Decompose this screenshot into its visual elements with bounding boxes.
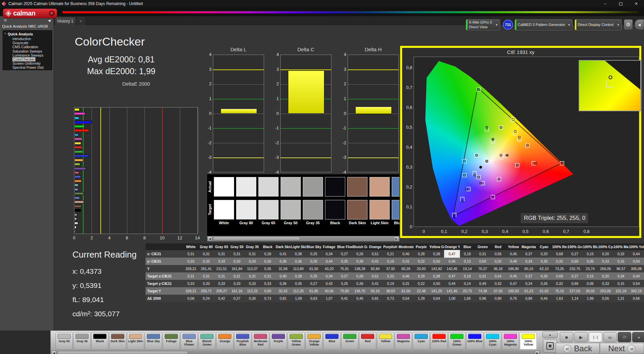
cell[interactable]: 0,34 [321,250,337,258]
cell[interactable]: 0,33 [214,280,229,287]
cell[interactable]: 0,20 [598,272,613,280]
cell[interactable]: 0,44 [321,258,337,265]
cell[interactable]: 0,27 [567,272,583,280]
cell[interactable]: 0,34 [613,272,629,280]
cell[interactable]: 0,26 [537,258,552,265]
cell[interactable]: 0,35 [291,280,306,287]
cell[interactable]: 0,19 [460,272,475,280]
patch-button-cyan[interactable]: Cyan [413,332,430,350]
cell[interactable]: 20,73 [460,287,475,295]
cell[interactable]: 60,26 [398,265,414,272]
cell[interactable]: 0,55 [490,250,506,258]
cell[interactable]: 0,43 [321,280,337,287]
collapse-toolbar-button[interactable]: ▲ [542,331,558,338]
cell[interactable]: 0,21 [383,250,398,258]
cell[interactable]: 1,29 [414,295,429,302]
cell[interactable]: 0,50 [429,258,445,265]
add-tab-button[interactable]: + [76,17,85,25]
cell[interactable]: 0,28 [260,250,276,258]
cell[interactable]: 0,51 [367,272,383,280]
cell[interactable]: 0,15 [582,272,598,280]
meter-dropdown[interactable]: X-Rite i1Pro 3Direct View ▼ [466,19,500,30]
cell[interactable]: 36,18 [490,265,506,272]
toolbar-scroll-thumb[interactable] [57,351,188,354]
cell[interactable]: 328,21 [183,265,199,272]
cell[interactable]: 0,22 [414,258,429,265]
cell[interactable]: 0,31 [229,272,245,280]
cell[interactable]: 0,68 [552,272,567,280]
cell[interactable]: 23,74 [582,265,598,272]
toolbar-scrollbar[interactable]: ◀ ▶ [51,350,540,354]
cell[interactable]: 259,71 [199,287,214,295]
cell[interactable]: 0,45 [506,250,521,258]
patch-button-100-red[interactable]: 100% Red [430,332,448,350]
scroll-left-icon[interactable]: ◀ [52,351,56,354]
cell[interactable]: 112,25 [291,287,306,295]
cell[interactable]: 61,50 [306,265,322,272]
cell[interactable]: 0,41 [367,258,383,265]
cell[interactable]: 209,27 [214,287,229,295]
cell[interactable]: 75,91 [337,265,352,272]
cell[interactable]: 0,81 [276,295,291,302]
cell[interactable]: 43,06 [321,287,337,295]
patch-button-light-skin[interactable]: Light Skin [127,332,144,350]
back-button[interactable]: « Back [556,343,600,354]
patch-button-moderate-red[interactable]: Moderate Red [252,332,269,350]
cell[interactable]: 0,26 [352,272,368,280]
cell[interactable]: 0,63 [306,295,322,302]
cell[interactable]: 0,31 [260,272,276,280]
cell[interactable]: 19,14 [460,265,475,272]
cell[interactable]: 0,31 [245,272,260,280]
cell[interactable]: 195,03 [506,287,521,295]
cell[interactable]: 0,36 [276,280,291,287]
cell[interactable]: 0,64 [429,295,445,302]
cell[interactable]: 60,10 [521,265,537,272]
cell[interactable]: 0,45 [352,295,368,302]
cell[interactable]: 61,00 [398,287,414,295]
patch-button-yellow-green[interactable]: Yellow Green [288,332,305,350]
cell[interactable]: 20,93 [414,265,429,272]
cell[interactable]: 0,31 [475,272,490,280]
cell[interactable]: 0,33 [199,258,214,265]
cell[interactable]: 76,37 [475,265,490,272]
cell[interactable]: 0,47 [444,272,460,280]
cell[interactable]: 0,46 [398,272,414,280]
cell[interactable]: 0,47 [444,250,460,258]
cell[interactable]: 0,33 [199,280,214,287]
pattern-generator-dropdown[interactable]: CalMED 3 Pattern Generator ▼ [515,19,573,30]
cell[interactable]: 0,28 [414,250,429,258]
cell[interactable]: 196,90 [506,265,521,272]
cell[interactable]: 0,50 [429,280,445,287]
cell[interactable]: 0,19 [383,280,398,287]
cell[interactable]: 31,56 [276,265,291,272]
cell[interactable]: 0,32 [552,280,567,287]
cell[interactable]: 0,89 [521,295,537,302]
patch-button-bluish-green[interactable]: Bluish Green [198,332,216,350]
cell[interactable]: 0,32 [490,258,506,265]
cell[interactable]: 0,69 [567,258,583,265]
tree-expander-icon[interactable]: ▾ [4,32,6,35]
cell[interactable]: 0,36 [276,258,291,265]
sidebar-item-grayscale[interactable]: Grayscale [3,41,52,45]
cell[interactable]: 61,62 [537,287,552,295]
cell[interactable]: 0,31 [214,250,229,258]
cell[interactable]: 0,31 [398,258,414,265]
cell[interactable]: 161,84 [229,265,245,272]
patch-button-red[interactable]: Red [359,332,376,350]
scroll-right-icon[interactable]: ▶ [394,236,399,241]
cell[interactable]: 1,09 [291,295,306,302]
cell[interactable]: 0,45 [506,272,521,280]
cell[interactable]: 0,45 [444,258,460,265]
cell[interactable]: 0,36 [291,258,306,265]
calman-menu-button[interactable]: calman ▼ [3,8,57,18]
patch-button-purplish-blue[interactable]: Purplish Blue [234,332,251,350]
cell[interactable]: 0,26 [352,250,368,258]
cell[interactable]: 0,33 [245,258,260,265]
cell[interactable]: 0,14 [460,280,475,287]
cell[interactable]: 253,05 [598,287,613,295]
collapse-panel-button[interactable]: ◀ [635,19,644,30]
cell[interactable]: 0,20 [598,250,613,258]
calman-menu-dropdown-icon[interactable]: ▼ [49,10,55,16]
cell[interactable]: 0,68 [552,250,567,258]
cell[interactable]: 0,31 [229,250,245,258]
